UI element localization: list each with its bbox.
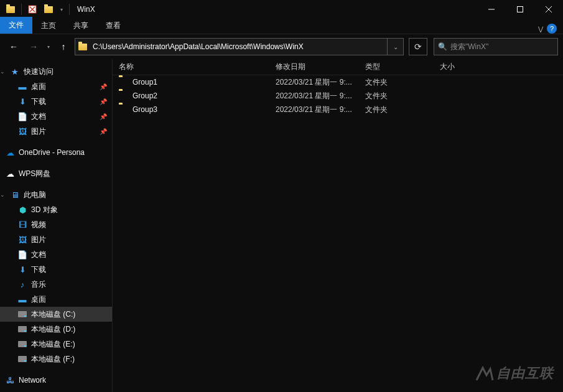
main-area: ⌄ ★ 快速访问 ▬桌面📌⬇下载📌📄文档📌🖼图片📌 ☁ OneDrive - P…	[0, 59, 563, 392]
cloud-icon: ☁	[5, 169, 15, 179]
monitor-icon: 🖥	[10, 190, 20, 200]
sidebar-item[interactable]: ▬桌面📌	[0, 79, 112, 94]
sidebar-item-label: 视频	[31, 220, 46, 230]
search-box[interactable]: 🔍	[434, 38, 558, 55]
chevron-down-icon: ⌄	[0, 68, 5, 75]
desktop-icon: ▬	[17, 294, 27, 304]
sidebar[interactable]: ⌄ ★ 快速访问 ▬桌面📌⬇下载📌📄文档📌🖼图片📌 ☁ OneDrive - P…	[0, 59, 112, 392]
column-size[interactable]: 大小	[440, 62, 490, 72]
close-button[interactable]	[534, 0, 563, 19]
picture-icon: 🖼	[17, 126, 27, 136]
picture-icon: 🖼	[17, 235, 27, 245]
ribbon-right-controls: ⋁ ?	[538, 24, 563, 34]
sidebar-item[interactable]: ⬇下载	[0, 262, 112, 277]
sidebar-item[interactable]: 🖼图片📌	[0, 124, 112, 139]
video-icon: 🎞	[17, 220, 27, 230]
column-name[interactable]: 名称	[119, 62, 276, 72]
sidebar-item-label: 本地磁盘 (F:)	[31, 354, 75, 365]
sidebar-this-pc[interactable]: ⌄ 🖥 此电脑	[0, 187, 112, 202]
column-headers: 名称 修改日期 类型 大小	[113, 59, 563, 75]
app-icon[interactable]	[4, 2, 17, 16]
search-input[interactable]	[450, 39, 557, 55]
download-icon: ⬇	[17, 264, 27, 274]
sidebar-item[interactable]: 本地磁盘 (E:)	[0, 337, 112, 352]
sidebar-quick-access[interactable]: ⌄ ★ 快速访问	[0, 64, 112, 79]
address-input[interactable]	[90, 39, 387, 55]
ribbon-collapse-icon[interactable]: ⋁	[538, 26, 543, 32]
help-icon[interactable]: ?	[547, 24, 557, 34]
qat-properties-icon[interactable]	[26, 2, 39, 16]
sidebar-item[interactable]: 本地磁盘 (F:)	[0, 352, 112, 366]
pin-icon: 📌	[100, 98, 107, 105]
sidebar-item[interactable]: 🎞视频	[0, 217, 112, 232]
sidebar-item[interactable]: ⬇下载📌	[0, 94, 112, 109]
address-dropdown-icon[interactable]: ⌄	[387, 39, 403, 55]
refresh-button[interactable]: ⟳	[409, 38, 427, 55]
column-date[interactable]: 修改日期	[276, 62, 365, 72]
sidebar-item-label: 图片	[31, 126, 46, 137]
sidebar-item-label: 下载	[31, 96, 46, 107]
file-type: 文件夹	[365, 91, 440, 101]
history-dropdown-icon[interactable]: ▾	[45, 44, 52, 50]
sidebar-item[interactable]: 📄文档	[0, 247, 112, 262]
file-row[interactable]: Group22022/03/21 星期一 9:...文件夹	[113, 89, 563, 103]
file-name: Group2	[133, 91, 276, 100]
file-row[interactable]: Group12022/03/21 星期一 9:...文件夹	[113, 75, 563, 89]
sidebar-item-label: 图片	[31, 235, 46, 245]
column-type[interactable]: 类型	[365, 62, 440, 72]
sidebar-item[interactable]: ▬桌面	[0, 292, 112, 307]
tab-home[interactable]: 主页	[32, 18, 65, 34]
tab-file[interactable]: 文件	[0, 17, 32, 34]
sidebar-item[interactable]: ⬢3D 对象	[0, 202, 112, 217]
qat-dropdown-icon[interactable]: ▾	[58, 7, 65, 12]
sidebar-network[interactable]: 🖧 Network	[0, 373, 112, 388]
window-title: WinX	[77, 5, 95, 14]
sidebar-item-label: 桌面	[31, 294, 46, 305]
pin-icon: 📌	[100, 128, 107, 135]
sidebar-item-label: 本地磁盘 (E:)	[31, 339, 75, 350]
minimize-button[interactable]	[477, 0, 506, 19]
drive-icon	[17, 324, 27, 334]
address-bar[interactable]: ⌄	[75, 38, 404, 55]
sidebar-item[interactable]: 📄文档📌	[0, 109, 112, 124]
sidebar-item[interactable]: 本地磁盘 (C:)	[0, 307, 112, 322]
tab-share[interactable]: 共享	[65, 18, 97, 34]
document-icon: 📄	[17, 111, 27, 121]
sidebar-item[interactable]: 🖼图片	[0, 232, 112, 247]
sidebar-onedrive[interactable]: ☁ OneDrive - Persona	[0, 145, 112, 160]
content-pane: 名称 修改日期 类型 大小 Group12022/03/21 星期一 9:...…	[112, 59, 563, 392]
file-list[interactable]: Group12022/03/21 星期一 9:...文件夹Group22022/…	[113, 75, 563, 116]
navbar: ← → ▾ ↑ ⌄ ⟳ 🔍	[0, 34, 563, 59]
address-folder-icon	[75, 44, 90, 50]
tab-view[interactable]: 查看	[97, 18, 129, 34]
quick-access-toolbar: ▾	[4, 0, 71, 19]
sidebar-item[interactable]: 本地磁盘 (D:)	[0, 322, 112, 337]
sidebar-item[interactable]: ♪音乐	[0, 277, 112, 292]
file-type: 文件夹	[365, 105, 440, 115]
sidebar-item-label: 3D 对象	[31, 205, 58, 215]
star-icon: ★	[10, 67, 20, 77]
svg-rect-2	[518, 7, 523, 12]
drive-icon	[17, 354, 27, 364]
file-date: 2022/03/21 星期一 9:...	[276, 77, 365, 88]
chevron-down-icon: ⌄	[0, 192, 5, 198]
drive-icon	[17, 309, 27, 319]
file-row[interactable]: Group32022/03/21 星期一 9:...文件夹	[113, 103, 563, 116]
up-button[interactable]: ↑	[55, 38, 72, 55]
file-name: Group1	[133, 78, 276, 86]
folder-icon	[119, 105, 129, 114]
3d-icon: ⬢	[17, 205, 27, 215]
folder-icon	[119, 77, 129, 87]
sidebar-wps[interactable]: ☁ WPS网盘	[0, 166, 112, 181]
sidebar-item-label: 桌面	[31, 82, 46, 92]
back-button[interactable]: ←	[5, 38, 22, 55]
file-name: Group3	[133, 105, 276, 114]
sidebar-item-label: 下载	[31, 264, 46, 275]
sidebar-item-label: 文档	[31, 250, 46, 260]
ribbon-tabs: 文件 主页 共享 查看 ⋁ ?	[0, 19, 563, 34]
window-controls	[477, 0, 563, 19]
qat-new-folder-icon[interactable]	[42, 2, 55, 16]
forward-button[interactable]: →	[25, 38, 42, 55]
search-icon: 🔍	[434, 42, 450, 51]
maximize-button[interactable]	[506, 0, 534, 19]
